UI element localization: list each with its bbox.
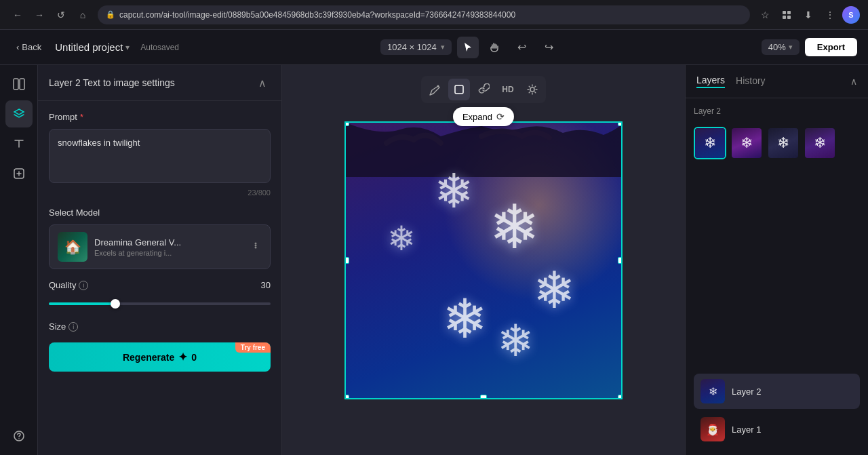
enhance-tool-btn[interactable] xyxy=(521,79,543,100)
layer-list: ❄ Layer 2 🎅 Layer 1 xyxy=(694,374,860,447)
panel-header: Layer 2 Text to image settings ∧ xyxy=(38,65,281,101)
size-info-icon[interactable]: i xyxy=(68,322,78,332)
cursor-tool-btn[interactable] xyxy=(457,37,479,58)
panel-chevron-icon[interactable]: ∧ xyxy=(850,76,857,87)
model-settings-icon[interactable] xyxy=(250,239,262,254)
undo-btn[interactable]: ↩ xyxy=(511,37,533,58)
svg-rect-1 xyxy=(787,11,791,14)
handle-top-left[interactable] xyxy=(344,121,349,126)
help-btn[interactable] xyxy=(5,422,33,450)
chevron-down-icon-zoom: ▾ xyxy=(789,43,793,52)
handle-bottom-center[interactable] xyxy=(480,395,487,399)
handle-middle-right[interactable] xyxy=(618,257,623,264)
draw-tool-btn[interactable] xyxy=(424,79,446,100)
refresh-icon: ⟳ xyxy=(496,111,505,122)
model-name: Dreamina General V... xyxy=(94,237,243,248)
quality-slider-thumb[interactable] xyxy=(111,299,120,309)
browser-forward-btn[interactable]: → xyxy=(30,5,49,24)
hand-tool-btn[interactable] xyxy=(484,37,506,58)
panel-header-title: Layer 2 Text to image settings xyxy=(49,77,175,88)
layer-2-thumb-content: ❄ xyxy=(701,379,725,403)
browser-back-btn[interactable]: ← xyxy=(8,5,27,24)
url-text: capcut.com/ai-tool/image-edit/0889b5a00e… xyxy=(119,10,515,20)
thumbnail-1[interactable]: ❄ xyxy=(694,127,726,159)
autosaved-status: Autosaved xyxy=(140,43,179,52)
model-card[interactable]: 🏠 Dreamina General V... Excels at genera… xyxy=(49,224,271,269)
thumbnail-2[interactable]: ❄ xyxy=(730,127,763,159)
extensions-icon[interactable] xyxy=(777,5,796,24)
svg-rect-4 xyxy=(14,79,18,90)
panel-collapse-btn[interactable]: ∧ xyxy=(254,75,271,91)
thumb-snowflake-3: ❄ xyxy=(768,128,798,158)
handle-top-right[interactable] xyxy=(618,121,623,126)
layer-2-thumbnail: ❄ xyxy=(701,379,725,403)
more-icon[interactable]: ⋮ xyxy=(821,5,840,24)
panel-toggle-btn[interactable] xyxy=(5,71,33,98)
quality-info-icon[interactable]: i xyxy=(79,281,88,290)
browser-reload-btn[interactable]: ↺ xyxy=(52,5,71,24)
canvas-size-selector[interactable]: 1024 × 1024 ▾ xyxy=(380,39,452,55)
thumb-snowflake-2: ❄ xyxy=(732,128,762,158)
link-tool-btn[interactable] xyxy=(473,79,494,100)
star-icon[interactable]: ☆ xyxy=(755,5,774,24)
svg-point-11 xyxy=(255,247,257,249)
canvas-image[interactable]: ❄ ❄ ❄ ❄ ❄ ❄ xyxy=(344,121,623,399)
svg-point-10 xyxy=(255,245,257,247)
layers-btn[interactable] xyxy=(5,100,33,127)
browser-navigation: ← → ↺ ⌂ xyxy=(8,5,92,24)
layer-item-2[interactable]: ❄ Layer 2 xyxy=(694,374,860,409)
thumb-snowflake-4: ❄ xyxy=(805,128,835,158)
right-panel-content: Layer 2 ❄ ❄ ❄ ❄ xyxy=(686,98,868,455)
handle-bottom-right[interactable] xyxy=(618,395,623,399)
model-desc: Excels at generating i... xyxy=(94,249,243,257)
select-tool-btn[interactable] xyxy=(448,79,470,100)
canvas-container: ❄ ❄ ❄ ❄ ❄ ❄ xyxy=(344,121,623,399)
thumbnail-3[interactable]: ❄ xyxy=(767,127,800,159)
quality-slider-track[interactable] xyxy=(49,302,271,305)
browser-actions: ☆ ⬇ ⋮ S xyxy=(755,5,860,24)
export-button[interactable]: Export xyxy=(805,38,857,56)
canvas-size-label: 1024 × 1024 xyxy=(387,42,437,52)
svg-point-12 xyxy=(437,85,439,87)
main-layout: Layer 2 Text to image settings ∧ Prompt … xyxy=(0,65,868,455)
browser-home-btn[interactable]: ⌂ xyxy=(73,5,92,24)
back-label: Back xyxy=(22,42,41,52)
sticker-btn[interactable] xyxy=(5,160,33,187)
app-bar: ‹ Back Untitled project ▾ Autosaved 1024… xyxy=(0,30,868,65)
tab-history[interactable]: History xyxy=(736,75,766,87)
tab-layers[interactable]: Layers xyxy=(696,75,725,88)
hd-tool-btn[interactable]: HD xyxy=(497,79,519,100)
quality-value: 30 xyxy=(261,280,271,290)
svg-rect-3 xyxy=(787,16,791,19)
expand-tooltip[interactable]: Expand ⟳ xyxy=(453,107,514,126)
model-section-label: Select Model xyxy=(49,207,271,218)
snowflakes-overlay: ❄ ❄ ❄ ❄ ❄ ❄ xyxy=(346,123,621,398)
regenerate-button[interactable]: Try free Regenerate ✦ 0 xyxy=(49,342,271,372)
layer2-section-label: Layer 2 xyxy=(694,106,860,116)
project-title-wrap[interactable]: Untitled project ▾ xyxy=(55,41,130,53)
back-button[interactable]: ‹ Back xyxy=(11,39,47,55)
prompt-textarea[interactable]: snowflakes in twilight xyxy=(49,129,271,183)
chevron-down-icon: ▾ xyxy=(125,43,130,52)
size-section: Size i xyxy=(49,321,271,332)
layer-item-1[interactable]: 🎅 Layer 1 xyxy=(694,412,860,447)
quality-label: Quality i xyxy=(49,280,88,290)
size-label: Size i xyxy=(49,321,271,332)
icon-rail xyxy=(0,65,38,455)
download-icon[interactable]: ⬇ xyxy=(799,5,818,24)
user-avatar[interactable]: S xyxy=(842,6,860,24)
left-panel: Layer 2 Text to image settings ∧ Prompt … xyxy=(38,65,282,455)
redo-btn[interactable]: ↪ xyxy=(538,37,560,58)
quality-section: Quality i 30 xyxy=(49,280,271,290)
handle-bottom-left[interactable] xyxy=(344,395,349,399)
address-bar[interactable]: 🔒 capcut.com/ai-tool/image-edit/0889b5a0… xyxy=(98,5,750,24)
thumbnail-4[interactable]: ❄ xyxy=(804,127,836,159)
zoom-selector[interactable]: 40% ▾ xyxy=(762,39,800,55)
handle-middle-left[interactable] xyxy=(344,257,349,264)
prompt-label: Prompt * xyxy=(49,112,271,122)
text-btn[interactable] xyxy=(5,130,33,157)
panel-content: Prompt * snowflakes in twilight 23/800 S… xyxy=(38,101,281,455)
svg-point-9 xyxy=(255,243,257,245)
try-free-badge: Try free xyxy=(235,342,271,353)
svg-rect-5 xyxy=(20,79,24,90)
